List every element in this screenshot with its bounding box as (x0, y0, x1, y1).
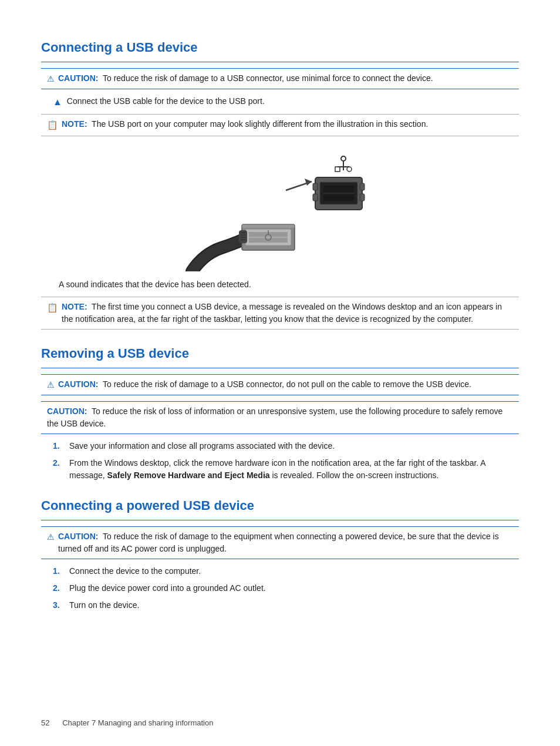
svg-rect-3 (335, 167, 340, 172)
divider-3 (41, 520, 519, 520)
caution-text-1: CAUTION: To reduce the risk of damage to… (58, 72, 433, 85)
caution-box-4: ⚠ CAUTION: To reduce the risk of damage … (41, 526, 519, 559)
caution-icon-4: ⚠ (47, 531, 55, 543)
section-title-connecting-usb: Connecting a USB device (41, 38, 519, 57)
note-icon-1: 📋 (47, 119, 58, 132)
powered-step-3: 3. Turn on the device. (53, 599, 519, 611)
section-title-powered-usb: Connecting a powered USB device (41, 496, 519, 515)
svg-point-0 (341, 156, 346, 161)
caution-box-2: ⚠ CAUTION: To reduce the risk of damage … (41, 374, 519, 395)
note-content-2: NOTE: The first time you connect a USB d… (62, 301, 513, 325)
caution-content-3: CAUTION: To reduce the risk of loss of i… (47, 405, 513, 430)
caution-icon-2: ⚠ (47, 379, 55, 391)
caution-box-3: CAUTION: To reduce the risk of loss of i… (41, 401, 519, 434)
usb-svg (168, 148, 392, 271)
svg-rect-12 (360, 194, 365, 201)
powered-step-1: 1. Connect the device to the computer. (53, 565, 519, 577)
note-icon-2: 📋 (47, 301, 58, 315)
page: Connecting a USB device ⚠ CAUTION: To re… (0, 0, 560, 746)
svg-rect-9 (313, 183, 318, 190)
step-bullet-1: ▲ (53, 95, 62, 109)
divider-1 (41, 62, 519, 62)
page-footer: 52 Chapter 7 Managing and sharing inform… (41, 717, 213, 729)
svg-rect-21 (242, 224, 295, 228)
powered-step-2: 2. Plug the device power cord into a gro… (53, 582, 519, 594)
note-box-2: 📋 NOTE: The first time you connect a USB… (41, 297, 519, 330)
note-content-1: NOTE: The USB port on your computer may … (62, 118, 428, 130)
caution-text-2: CAUTION: To reduce the risk of damage to… (58, 378, 471, 391)
sound-note: A sound indicates that the device has be… (59, 278, 519, 291)
powered-steps-list: 1. Connect the device to the computer. 2… (53, 565, 519, 611)
svg-rect-10 (313, 194, 318, 201)
removing-step-2: 2. From the Windows desktop, click the r… (53, 457, 519, 482)
divider-2 (41, 368, 519, 368)
section-title-removing-usb: Removing a USB device (41, 344, 519, 363)
caution-text-4: CAUTION: To reduce the risk of damage to… (58, 530, 513, 555)
section-powered-usb: Connecting a powered USB device ⚠ CAUTIO… (41, 496, 519, 611)
caution-icon-1: ⚠ (47, 73, 55, 85)
svg-marker-14 (305, 179, 312, 186)
step-text-1: Connect the USB cable for the device to … (67, 95, 519, 107)
page-number: 52 (41, 718, 49, 727)
caution-box-1: ⚠ CAUTION: To reduce the risk of damage … (41, 68, 519, 89)
svg-rect-11 (360, 183, 365, 190)
section-connecting-usb: Connecting a USB device ⚠ CAUTION: To re… (41, 38, 519, 330)
usb-illustration (41, 148, 519, 271)
step-connect-cable: ▲ Connect the USB cable for the device t… (53, 95, 519, 109)
svg-point-4 (347, 167, 352, 172)
chapter-label: Chapter 7 Managing and sharing informati… (62, 718, 213, 727)
section-removing-usb: Removing a USB device ⚠ CAUTION: To redu… (41, 344, 519, 482)
removing-steps-list: 1. Save your information and close all p… (53, 440, 519, 482)
removing-step-1: 1. Save your information and close all p… (53, 440, 519, 452)
note-box-1: 📋 NOTE: The USB port on your computer ma… (41, 114, 519, 136)
